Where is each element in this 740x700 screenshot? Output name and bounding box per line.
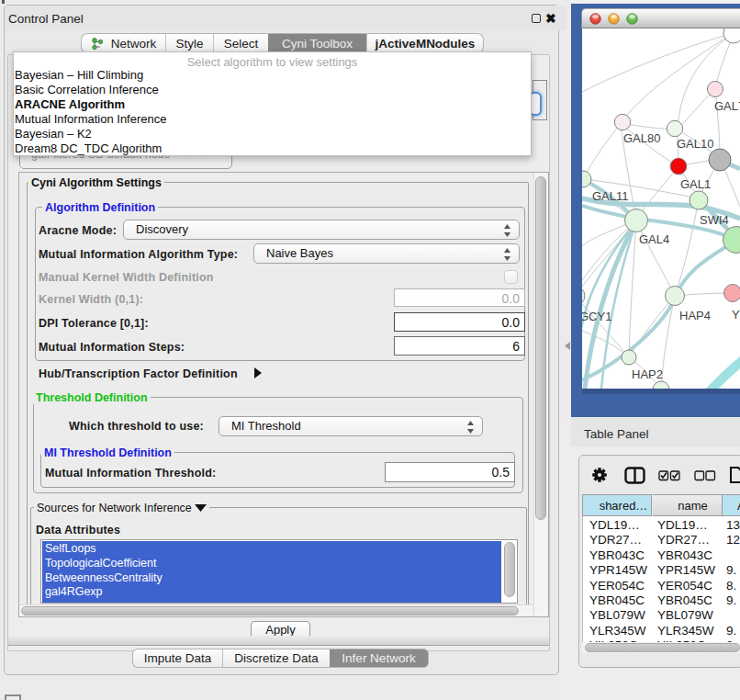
svg-text:HAP2: HAP2	[632, 367, 663, 381]
svg-text:GAL1: GAL1	[680, 177, 711, 191]
svg-text:SWI4: SWI4	[700, 213, 729, 227]
svg-text:GAL4: GAL4	[639, 232, 669, 246]
svg-text:HAP4: HAP4	[679, 309, 711, 322]
svg-text:GAL7: GAL7	[714, 99, 740, 113]
svg-text:GAL80: GAL80	[623, 131, 660, 145]
svg-text:GAL10: GAL10	[677, 137, 713, 151]
svg-text:YM: YM	[732, 308, 740, 322]
svg-text:GAL11: GAL11	[592, 189, 629, 203]
svg-text:GCY1: GCY1	[582, 310, 611, 323]
